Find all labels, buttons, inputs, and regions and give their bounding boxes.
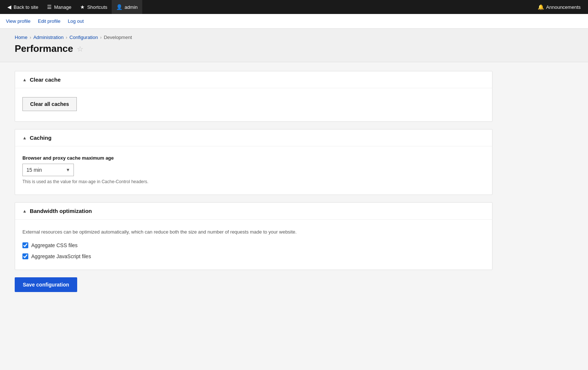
bandwidth-section: ▲ Bandwidth optimization External resour… [15, 202, 492, 270]
breadcrumb-administration[interactable]: Administration [33, 35, 64, 40]
save-configuration-button[interactable]: Save configuration [15, 277, 77, 292]
bandwidth-body: External resources can be optimized auto… [15, 220, 492, 270]
top-nav-bar: ◀ Back to site ☰ Manage ★ Shortcuts 👤 ad… [0, 0, 588, 14]
bell-icon: 🔔 [538, 4, 544, 10]
aggregate-css-row: Aggregate CSS files [22, 242, 485, 248]
bandwidth-description: External resources can be optimized auto… [22, 228, 485, 236]
shortcuts-icon: ★ [80, 4, 85, 10]
secondary-nav: View profile Edit profile Log out [0, 14, 588, 29]
view-profile-link[interactable]: View profile [6, 18, 31, 24]
caching-section: ▲ Caching Browser and proxy cache maximu… [15, 129, 492, 195]
bandwidth-header[interactable]: ▲ Bandwidth optimization [15, 203, 492, 220]
cache-max-age-hint: This is used as the value for max-age in… [22, 179, 485, 184]
main-content: ▲ Clear cache Clear all caches ▲ Caching… [0, 62, 507, 308]
caching-chevron-icon: ▲ [22, 135, 27, 140]
admin-label: admin [125, 4, 137, 10]
back-icon: ◀ [7, 4, 11, 10]
back-to-site-label: Back to site [14, 4, 38, 10]
breadcrumb-sep-1: › [30, 35, 31, 40]
cache-max-age-select[interactable]: <none>1 min5 min10 min15 min30 min1 hour… [22, 164, 74, 176]
breadcrumb-development: Development [104, 35, 132, 40]
clear-cache-header[interactable]: ▲ Clear cache [15, 71, 492, 88]
aggregate-js-row: Aggregate JavaScript files [22, 253, 485, 259]
clear-cache-title: Clear cache [30, 77, 61, 83]
breadcrumb: Home › Administration › Configuration › … [15, 35, 573, 40]
announcements-label: Announcements [546, 4, 581, 10]
clear-cache-section: ▲ Clear cache Clear all caches [15, 71, 492, 122]
bandwidth-chevron-icon: ▲ [22, 209, 27, 214]
log-out-link[interactable]: Log out [68, 18, 83, 24]
manage-button[interactable]: ☰ Manage [43, 0, 76, 14]
bookmark-icon[interactable]: ☆ [77, 45, 83, 53]
bandwidth-title: Bandwidth optimization [30, 208, 92, 214]
announcements-button[interactable]: 🔔 Announcements [533, 4, 585, 10]
page-title-row: Performance ☆ [15, 43, 573, 54]
shortcuts-label: Shortcuts [87, 4, 107, 10]
aggregate-js-checkbox[interactable] [22, 253, 28, 259]
edit-profile-link[interactable]: Edit profile [38, 18, 60, 24]
shortcuts-button[interactable]: ★ Shortcuts [76, 0, 112, 14]
caching-body: Browser and proxy cache maximum age <non… [15, 146, 492, 195]
aggregate-css-label: Aggregate CSS files [31, 242, 78, 248]
clear-cache-body: Clear all caches [15, 88, 492, 121]
manage-label: Manage [54, 4, 71, 10]
clear-all-caches-button[interactable]: Clear all caches [22, 97, 77, 111]
cache-max-age-label: Browser and proxy cache maximum age [22, 155, 485, 161]
caching-title: Caching [30, 135, 51, 141]
breadcrumb-home[interactable]: Home [15, 35, 28, 40]
cache-max-age-select-wrapper: <none>1 min5 min10 min15 min30 min1 hour… [22, 164, 74, 176]
page-header: Home › Administration › Configuration › … [0, 29, 588, 62]
page-title: Performance [15, 43, 73, 54]
topbar-right: 🔔 Announcements [533, 4, 585, 10]
breadcrumb-sep-2: › [66, 35, 67, 40]
caching-header[interactable]: ▲ Caching [15, 129, 492, 146]
breadcrumb-configuration[interactable]: Configuration [69, 35, 98, 40]
aggregate-js-label: Aggregate JavaScript files [31, 253, 91, 259]
admin-user-icon: 👤 [116, 4, 122, 10]
clear-cache-chevron-icon: ▲ [22, 77, 27, 82]
aggregate-css-checkbox[interactable] [22, 242, 28, 248]
breadcrumb-sep-3: › [100, 35, 101, 40]
back-to-site-button[interactable]: ◀ Back to site [3, 0, 43, 14]
manage-icon: ☰ [47, 4, 52, 10]
admin-button[interactable]: 👤 admin [112, 0, 142, 14]
